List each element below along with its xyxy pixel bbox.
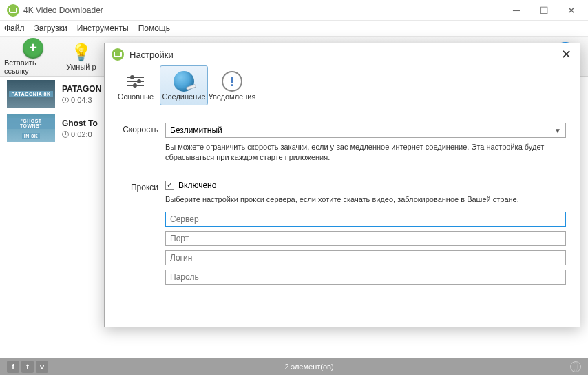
proxy-port-input[interactable]	[165, 231, 566, 246]
clock-icon	[62, 131, 69, 138]
tab-notifications[interactable]: ! Уведомления	[208, 65, 256, 105]
tab-general[interactable]: Основные	[112, 65, 160, 105]
menu-tools[interactable]: Инструменты	[77, 23, 129, 33]
menu-downloads[interactable]: Загрузки	[34, 23, 67, 33]
tab-general-label: Основные	[118, 92, 154, 101]
speed-help-text: Вы можете ограничить скорость закачки, е…	[165, 142, 566, 163]
plus-icon: +	[23, 38, 43, 59]
download-duration: 0:02:0	[62, 130, 98, 139]
sliders-icon	[125, 70, 147, 92]
chevron-down-icon: ▼	[554, 127, 561, 134]
globe-icon[interactable]	[570, 361, 581, 372]
paste-link-button[interactable]: + Вставить ссылку	[4, 38, 62, 75]
speed-value: Безлимитный	[170, 125, 222, 135]
clock-icon	[62, 97, 69, 103]
tab-connection-label: Соединение	[162, 92, 205, 101]
dialog-tabs: Основные Соединение ! Уведомления	[105, 65, 580, 105]
statusbar: f t v 2 элемент(ов)	[0, 358, 588, 375]
tab-connection[interactable]: Соединение	[160, 65, 208, 105]
settings-dialog: Настройки ✕ Основные Соединение ! Уведом…	[104, 43, 580, 327]
facebook-icon[interactable]: f	[7, 361, 19, 373]
titlebar: 4K Video Downloader ─ ☐ ✕	[0, 0, 588, 21]
divider	[118, 172, 566, 172]
close-button[interactable]: ✕	[558, 1, 585, 20]
dialog-close-button[interactable]: ✕	[559, 47, 573, 62]
twitter-icon[interactable]: t	[21, 361, 34, 373]
app-icon	[7, 4, 19, 17]
smart-mode-label: Умный р	[66, 63, 96, 71]
connection-icon	[173, 70, 195, 92]
proxy-login-input[interactable]	[165, 250, 566, 265]
proxy-help-text: Выберите настройки прокси сервера, если …	[165, 194, 566, 205]
dialog-title: Настройки	[129, 50, 559, 60]
dialog-titlebar: Настройки ✕	[105, 43, 580, 65]
proxy-password-input[interactable]	[165, 270, 566, 285]
menu-file[interactable]: Файл	[4, 23, 25, 33]
menubar: Файл Загрузки Инструменты Помощь	[0, 21, 588, 37]
proxy-enabled-checkbox[interactable]: ✓	[165, 181, 174, 190]
download-title: PATAGON	[62, 84, 101, 94]
thumbnail: "GHOST TOWNS" IN 8K	[7, 114, 55, 142]
proxy-enabled-label: Включено	[178, 181, 216, 190]
paste-link-label: Вставить ссылку	[4, 59, 62, 75]
vimeo-icon[interactable]: v	[36, 361, 48, 373]
download-duration: 0:04:3	[62, 96, 101, 104]
dialog-icon	[112, 48, 124, 61]
divider	[118, 114, 566, 114]
minimize-button[interactable]: ─	[503, 1, 530, 20]
thumbnail: PATAGONIA 8K	[7, 80, 55, 108]
menu-help[interactable]: Помощь	[138, 23, 170, 33]
app-title: 4K Video Downloader	[23, 6, 503, 15]
speed-label: Скорость	[118, 123, 165, 134]
smart-mode-button[interactable]: 💡 Умный р	[62, 38, 101, 75]
download-title: Ghost To	[62, 119, 98, 128]
proxy-label: Прокси	[118, 181, 165, 192]
speed-select[interactable]: Безлимитный ▼	[165, 123, 566, 138]
status-item-count: 2 элемент(ов)	[48, 363, 570, 371]
bulb-icon: 💡	[71, 42, 92, 63]
maximize-button[interactable]: ☐	[530, 1, 558, 20]
proxy-server-input[interactable]	[165, 212, 566, 227]
notification-icon: !	[221, 70, 243, 92]
tab-notifications-label: Уведомления	[209, 92, 256, 101]
